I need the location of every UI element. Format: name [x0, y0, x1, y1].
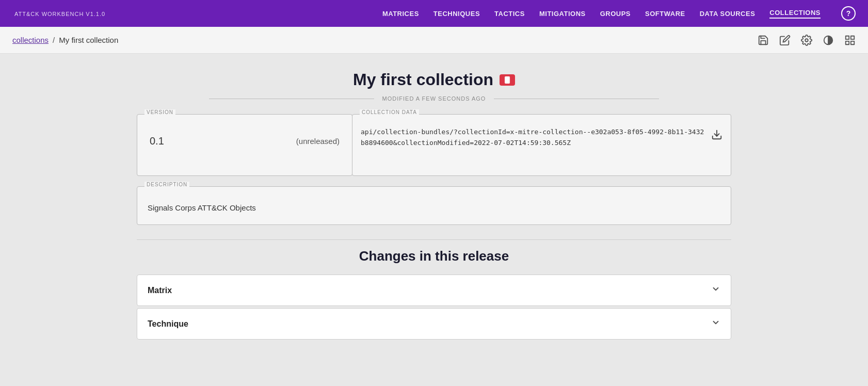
changes-title: Changes in this release: [137, 248, 731, 264]
svg-point-0: [805, 39, 808, 42]
description-box: DESCRIPTION Signals Corps ATT&CK Objects: [137, 186, 731, 225]
modified-line-left: [209, 99, 374, 99]
version-label: VERSION: [144, 109, 175, 115]
save-icon[interactable]: [758, 35, 769, 46]
app-brand: ATT&CK WORKBENCHv1.1.0: [12, 8, 105, 19]
modified-row: MODIFIED A FEW SECONDS AGO: [137, 95, 731, 102]
version-number: 0.1: [150, 135, 164, 147]
edit-icon[interactable]: [779, 35, 791, 46]
breadcrumb-parent[interactable]: collections: [12, 36, 49, 44]
nav-techniques[interactable]: TECHNIQUES: [433, 10, 480, 18]
page-title: My first collection: [353, 70, 493, 89]
top-navigation: ATT&CK WORKBENCHv1.1.0 MATRICES TECHNIQU…: [0, 0, 868, 27]
breadcrumb-bar: collections / My first collection: [0, 27, 868, 54]
download-button[interactable]: [711, 129, 722, 143]
grid-icon[interactable]: [844, 35, 856, 46]
version-inner: 0.1 (unreleased): [150, 135, 340, 147]
modified-text: MODIFIED A FEW SECONDS AGO: [382, 95, 486, 102]
nav-matrices[interactable]: MATRICES: [382, 10, 419, 18]
breadcrumb-separator: /: [53, 36, 55, 44]
changes-divider: [137, 239, 731, 240]
brand-name: ATT&CK WORKBENCH: [14, 11, 84, 17]
nav-software[interactable]: SOFTWARE: [645, 10, 685, 18]
collection-data-label: COLLECTION DATA: [360, 109, 419, 115]
breadcrumb-current: My first collection: [59, 36, 118, 44]
settings-icon[interactable]: [801, 35, 812, 46]
description-label: DESCRIPTION: [144, 182, 189, 187]
svg-rect-5: [851, 41, 854, 44]
main-content: My first collection MODIFIED A FEW SECON…: [124, 54, 744, 362]
modified-line-right: [494, 99, 659, 99]
contrast-icon[interactable]: [823, 35, 834, 46]
brand-version: v1.1.0: [86, 11, 105, 17]
svg-rect-3: [851, 36, 854, 39]
nav-collections[interactable]: COLLECTIONS: [769, 9, 821, 19]
help-button[interactable]: ?: [841, 6, 856, 21]
accordion-matrix-header[interactable]: Matrix: [137, 275, 731, 305]
version-status: (unreleased): [296, 137, 340, 146]
breadcrumb: collections / My first collection: [12, 36, 758, 44]
accordion-matrix: Matrix: [137, 275, 731, 306]
svg-rect-4: [846, 41, 849, 44]
accordion-matrix-chevron: [711, 284, 720, 296]
accordion-technique-label: Technique: [148, 319, 188, 329]
svg-rect-6: [505, 76, 509, 83]
nav-groups[interactable]: GROUPS: [600, 10, 631, 18]
nav-tactics[interactable]: TACTICS: [494, 10, 525, 18]
accordion-matrix-label: Matrix: [148, 286, 172, 295]
page-title-row: My first collection: [137, 70, 731, 89]
nav-mitigations[interactable]: MITIGATIONS: [539, 10, 586, 18]
accordion-technique-chevron: [711, 318, 720, 330]
collection-data-url: api/collection-bundles/?collectionId=x-m…: [361, 127, 707, 149]
svg-rect-2: [846, 36, 849, 39]
nav-links: MATRICES TECHNIQUES TACTICS MITIGATIONS …: [382, 9, 821, 19]
breadcrumb-actions: [758, 35, 856, 46]
title-badge: [500, 74, 515, 86]
description-text: Signals Corps ATT&CK Objects: [148, 203, 720, 212]
nav-data-sources[interactable]: DATA SOURCES: [700, 10, 756, 18]
info-grid: VERSION 0.1 (unreleased) COLLECTION DATA…: [137, 114, 731, 176]
collection-data-box: COLLECTION DATA api/collection-bundles/?…: [352, 114, 731, 176]
version-box: VERSION 0.1 (unreleased): [137, 114, 352, 176]
accordion-technique: Technique: [137, 308, 731, 340]
accordion-technique-header[interactable]: Technique: [137, 309, 731, 339]
